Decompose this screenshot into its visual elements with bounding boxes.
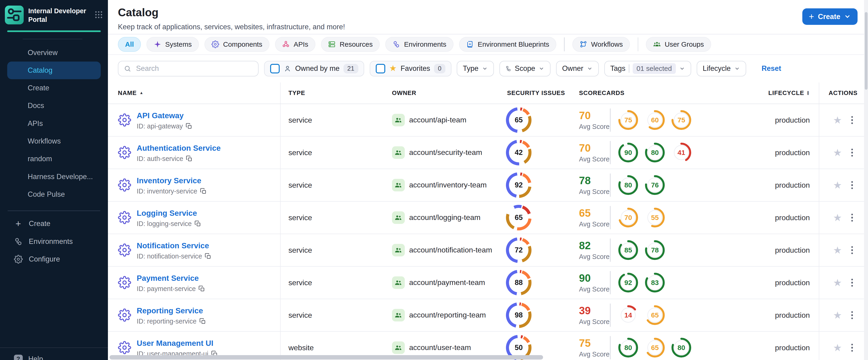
tab-components[interactable]: Components xyxy=(205,37,270,52)
tab-workflows[interactable]: Workflows xyxy=(572,37,630,52)
sidebar-item-harness-develope-[interactable]: Harness Develope... xyxy=(7,168,101,186)
vertical-scrollbar-thumb[interactable] xyxy=(865,12,868,90)
blueprints-icon: A xyxy=(466,40,474,48)
row-menu-icon[interactable] xyxy=(850,309,855,321)
sidebar-item-help[interactable]: ? Help xyxy=(14,355,43,360)
owned-by-me-checkbox[interactable] xyxy=(270,64,280,73)
component-gear-icon xyxy=(118,308,131,322)
tags-dropdown[interactable]: Tags 01 selected xyxy=(604,61,691,77)
copy-icon[interactable] xyxy=(199,318,206,325)
sidebar-item-code-pulse[interactable]: Code Pulse xyxy=(7,186,101,203)
sidebar-item-workflows[interactable]: Workflows xyxy=(7,132,101,150)
security-issues-value: 98 xyxy=(506,302,531,328)
entity-name-link[interactable]: Payment Service xyxy=(137,274,199,282)
scorecard-ring: 85 xyxy=(617,239,639,261)
avg-score-value: 90 xyxy=(579,272,610,284)
chevron-down-icon xyxy=(679,65,685,71)
owned-by-me-filter[interactable]: Owned by me 21 xyxy=(264,61,364,77)
sidebar-item-overview[interactable]: Overview xyxy=(7,44,101,61)
sidebar-item-docs[interactable]: Docs xyxy=(7,97,101,115)
owner-dropdown[interactable]: Owner xyxy=(556,61,599,77)
sidebar-footer-item-environments[interactable]: Environments xyxy=(7,233,101,250)
tab-environments[interactable]: Environments xyxy=(385,37,453,52)
scorecard-rings: 9283 xyxy=(617,271,666,294)
row-menu-icon[interactable] xyxy=(850,147,855,158)
table-row: Notification Service ID: notification-se… xyxy=(108,234,868,267)
favorite-star-icon[interactable]: ★ xyxy=(833,115,842,125)
row-menu-icon[interactable] xyxy=(850,342,855,353)
lifecycle-dropdown[interactable]: Lifecycle xyxy=(697,61,746,77)
sidebar-item-apis[interactable]: APIs xyxy=(7,115,101,132)
favorites-filter[interactable]: ★ Favorites 0 xyxy=(370,61,451,77)
copy-icon[interactable] xyxy=(194,220,201,227)
favorite-star-icon[interactable]: ★ xyxy=(833,343,842,353)
divider xyxy=(610,109,610,132)
main-content: Catalog Keep track of applications, serv… xyxy=(108,0,868,360)
sidebar-footer-item-configure[interactable]: Configure xyxy=(7,250,101,268)
entity-name-link[interactable]: Reporting Service xyxy=(137,306,203,315)
security-issues-gauge: 65 xyxy=(506,107,531,133)
copy-icon[interactable] xyxy=(198,286,205,292)
scope-dropdown[interactable]: Scope xyxy=(499,61,551,77)
favorite-star-icon[interactable]: ★ xyxy=(833,213,842,223)
sidebar-footer-item-create[interactable]: +Create xyxy=(7,215,101,233)
svg-text:92: 92 xyxy=(624,279,632,287)
row-menu-icon[interactable] xyxy=(850,180,855,191)
scorecard-rings: 908041 xyxy=(617,142,692,163)
entity-name-link[interactable]: User Management UI xyxy=(137,339,213,348)
lifecycle-cell: production xyxy=(772,311,818,320)
column-header-name[interactable]: NAME▲ xyxy=(108,83,281,103)
tab-all[interactable]: All xyxy=(118,37,141,52)
row-menu-icon[interactable] xyxy=(850,115,855,126)
type-dropdown[interactable]: Type xyxy=(457,61,494,77)
entity-name-link[interactable]: Notification Service xyxy=(137,241,209,250)
table-row: Logging Service ID: logging-service serv… xyxy=(108,202,868,234)
entity-name-link[interactable]: Inventory Service xyxy=(137,176,201,185)
row-menu-icon[interactable] xyxy=(850,212,855,223)
entity-name-link[interactable]: Logging Service xyxy=(137,209,197,217)
tab-systems[interactable]: Systems xyxy=(147,37,199,52)
svg-text:90: 90 xyxy=(624,149,632,156)
create-button[interactable]: + Create xyxy=(802,8,858,25)
tab-user-groups[interactable]: User Groups xyxy=(646,37,711,52)
entity-name-link[interactable]: Authentication Service xyxy=(137,144,221,152)
svg-text:80: 80 xyxy=(624,181,632,189)
copy-icon[interactable] xyxy=(186,123,192,129)
lifecycle-cell: production xyxy=(772,213,818,222)
search-box[interactable] xyxy=(118,61,258,77)
favorites-label: Favorites xyxy=(401,64,430,73)
resources-icon xyxy=(328,40,336,48)
tab-apis[interactable]: APIs xyxy=(275,37,315,52)
favorite-star-icon[interactable]: ★ xyxy=(833,180,842,190)
sidebar-item-random[interactable]: random xyxy=(7,150,101,168)
entity-name-link[interactable]: API Gateway xyxy=(137,111,184,120)
tab-resources[interactable]: Resources xyxy=(321,37,380,52)
copy-icon[interactable] xyxy=(200,188,207,194)
environments-icon xyxy=(393,40,400,48)
horizontal-scrollbar-thumb[interactable] xyxy=(110,355,543,360)
page-title: Catalog xyxy=(118,6,868,19)
sidebar-item-create[interactable]: Create xyxy=(7,79,101,97)
row-menu-icon[interactable] xyxy=(850,277,855,288)
sidebar-item-catalog[interactable]: Catalog xyxy=(7,62,101,79)
search-input[interactable] xyxy=(135,64,252,73)
favorite-star-icon[interactable]: ★ xyxy=(833,148,842,158)
avg-score-value: 82 xyxy=(579,240,610,252)
grid-menu-icon[interactable] xyxy=(94,10,103,20)
favorites-checkbox[interactable] xyxy=(376,64,385,73)
tab-environment-blueprints[interactable]: A Environment Blueprints xyxy=(459,37,556,52)
favorite-star-icon[interactable]: ★ xyxy=(833,310,842,320)
copy-icon[interactable] xyxy=(186,155,193,162)
favorite-star-icon[interactable]: ★ xyxy=(833,245,842,255)
systems-icon xyxy=(154,40,161,48)
column-header-scorecards: SCORECARDS xyxy=(576,83,772,103)
reset-filters-link[interactable]: Reset xyxy=(762,64,781,73)
avg-score-label: Avg Score xyxy=(579,253,610,261)
app-window: Internal Developer Portal Overview Catal… xyxy=(0,0,868,360)
chevron-down-icon xyxy=(587,65,593,71)
column-header-lifecycle[interactable]: LIFECYCLE ▲▼ xyxy=(772,83,818,103)
scorecard-ring: 78 xyxy=(644,239,666,261)
row-menu-icon[interactable] xyxy=(850,245,855,256)
favorite-star-icon[interactable]: ★ xyxy=(833,278,842,288)
copy-icon[interactable] xyxy=(205,253,211,260)
